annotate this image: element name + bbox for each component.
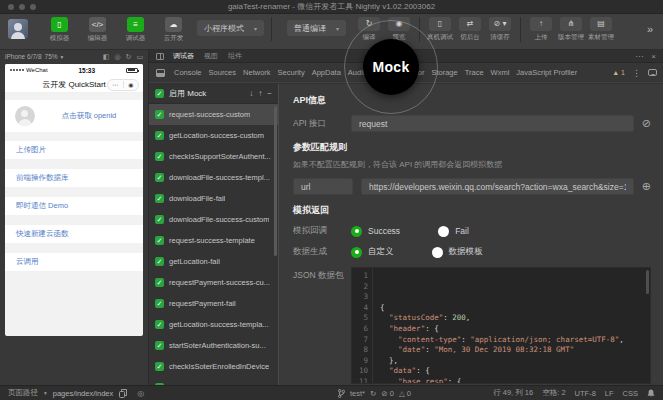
encoding-setting[interactable]: UTF-8 — [575, 389, 596, 398]
clear-icon[interactable]: ⊘ — [642, 118, 651, 129]
export-icon[interactable]: ↑ — [258, 89, 262, 98]
mock-rule-item[interactable]: getLocation-fail — [149, 251, 278, 272]
phone-menu-link[interactable]: 快速新建云函数 — [5, 225, 143, 243]
devtools-tab[interactable]: AppData — [312, 68, 341, 77]
strip-tab[interactable]: 组件 — [228, 51, 242, 61]
language-mode[interactable]: CSS — [623, 389, 638, 398]
toolbar-action-icon[interactable]: ↑ — [530, 17, 552, 31]
rule-checkbox[interactable] — [155, 152, 164, 161]
toolbar-action-icon[interactable]: ⇄ — [459, 17, 481, 31]
dock-icon[interactable] — [156, 69, 165, 77]
panel-toggle-icon[interactable]: </> — [89, 17, 106, 32]
phone-menu-link[interactable]: 前端操作数据库 — [5, 169, 143, 187]
rule-checkbox[interactable] — [155, 236, 164, 245]
editor-code[interactable]: { "statusCode": 200, "header": { "conten… — [373, 268, 650, 383]
devtools-tab[interactable]: Network — [243, 68, 271, 77]
kebab-menu-icon[interactable]: ⋮ — [632, 68, 641, 78]
editor-scrollbar[interactable] — [646, 270, 649, 294]
mock-rule-item[interactable]: requestPayment-success-cu... — [149, 272, 278, 293]
mock-rule-item[interactable]: checkIsSupportSoterAuthent... — [149, 146, 278, 167]
chevron-down-icon[interactable]: ▾ — [61, 54, 64, 60]
rule-checkbox[interactable] — [155, 173, 164, 182]
bell-icon[interactable] — [647, 389, 655, 398]
radio-button[interactable] — [351, 226, 362, 237]
add-rule-icon[interactable]: ⊕ — [642, 181, 651, 192]
maximize-window-button[interactable] — [30, 4, 36, 10]
import-icon[interactable]: ↓ — [249, 89, 253, 98]
radio-option[interactable]: Success — [351, 226, 400, 237]
page-path-value[interactable]: pages/index/index — [53, 389, 113, 398]
inspect-icon[interactable]: ◎ — [114, 53, 120, 61]
rule-checkbox[interactable] — [155, 299, 164, 308]
param-value-input[interactable] — [361, 178, 634, 195]
mock-rule-item[interactable]: getLocation-success-custom — [149, 125, 278, 146]
layout-icon[interactable]: ◧ — [103, 53, 110, 61]
mock-rule-item[interactable]: getLocation-success-templa... — [149, 314, 278, 335]
panels-icon[interactable] — [156, 53, 164, 60]
cursor-position[interactable]: 行 49, 列 16 — [493, 388, 533, 398]
panel-toggle-icon[interactable]: ▯ — [51, 17, 68, 32]
rule-checkbox[interactable] — [155, 215, 164, 224]
rotate-icon[interactable]: ↻ — [126, 53, 132, 61]
mode-select[interactable]: 小程序模式 ▾ — [197, 20, 264, 36]
indentation-setting[interactable]: 空格: 2 — [542, 388, 565, 398]
toolbar-action-icon[interactable]: ▤ — [590, 17, 612, 31]
get-openid-link[interactable]: 点击获取 openid — [35, 111, 143, 121]
strip-tab[interactable]: 视图 — [204, 51, 218, 61]
mock-rule-item[interactable]: startSoterAuthentication-su... — [149, 335, 278, 356]
strip-tab[interactable]: 调试器 — [173, 51, 194, 61]
devtools-tab[interactable]: Trace — [465, 68, 484, 77]
feedback-icon[interactable] — [648, 69, 657, 76]
phone-menu-link[interactable]: 即时通信 Demo — [5, 197, 143, 215]
toolbar-action-button[interactable]: ↑ 上传 — [520, 17, 556, 42]
device-select[interactable]: iPhone 6/7/8 — [5, 53, 42, 60]
toolbar-action-icon[interactable]: ▯ — [429, 17, 451, 31]
toolbar-action-button[interactable]: ⋔ 版本管理 — [556, 17, 586, 42]
devtools-tab[interactable]: Wxml — [491, 68, 510, 77]
devtools-tab[interactable]: Console — [174, 68, 202, 77]
close-icon[interactable]: × — [651, 52, 656, 61]
mock-rule-item[interactable]: checkSession-success — [149, 377, 278, 385]
list-scrollbar[interactable] — [274, 106, 277, 256]
json-editor[interactable]: 1234567891011 { "statusCode": 200, "head… — [351, 267, 651, 384]
devtools-tab[interactable]: Security — [278, 68, 305, 77]
panel-toggle-button[interactable]: ≡ 调试器 — [120, 17, 151, 43]
rule-checkbox[interactable] — [155, 257, 164, 266]
warning-badge[interactable]: ▲ 1 — [612, 69, 625, 76]
panel-toggle-button[interactable]: ▯ 模拟器 — [44, 17, 75, 43]
devtools-tab[interactable]: JavaScript Profiler — [516, 68, 577, 77]
mock-rule-item[interactable]: downloadFile-success-custom — [149, 209, 278, 230]
rule-checkbox[interactable] — [155, 341, 164, 350]
capsule-close-icon[interactable]: ◉ — [124, 80, 139, 90]
toolbar-action-icon[interactable]: ⋔ — [560, 17, 582, 31]
window-icon[interactable]: ▭ — [136, 53, 143, 61]
toolbar-action-button[interactable]: ⇄ 切后台 — [455, 17, 485, 42]
more-actions-icon[interactable]: » — [647, 23, 657, 35]
capsule-menu[interactable]: ⋯ ◉ — [107, 79, 139, 91]
git-branch-label[interactable]: test* — [350, 389, 365, 398]
zoom-select[interactable]: 75% — [45, 53, 58, 60]
phone-menu-link[interactable]: 云调用 — [5, 253, 143, 271]
warning-count[interactable]: △ 0 — [399, 389, 411, 398]
user-avatar[interactable] — [8, 19, 28, 39]
mock-rule-item[interactable]: downloadFile-success-templ... — [149, 167, 278, 188]
radio-button[interactable] — [438, 226, 449, 237]
rule-checkbox[interactable] — [155, 278, 164, 287]
close-window-button[interactable] — [8, 4, 14, 10]
compile-mode-select[interactable]: 普通编译 ▾ — [287, 20, 346, 36]
circle-indicator-icon[interactable]: ◎ — [137, 389, 144, 398]
mock-rule-item[interactable]: request-success-template — [149, 230, 278, 251]
panel-toggle-icon[interactable]: ≡ — [127, 17, 144, 32]
rule-checkbox[interactable] — [155, 194, 164, 203]
enable-mock-checkbox[interactable] — [155, 89, 164, 98]
mock-rule-item[interactable]: checkIsSoterEnrolledInDevice — [149, 356, 278, 377]
param-key-input[interactable] — [293, 178, 353, 195]
minimize-window-button[interactable] — [19, 4, 25, 10]
rule-checkbox[interactable] — [155, 320, 164, 329]
mock-rule-item[interactable]: requestPayment-fail — [149, 293, 278, 314]
panel-toggle-button[interactable]: ☁ 云开发 — [158, 17, 189, 43]
sync-icon[interactable]: ↻ — [370, 389, 376, 398]
toolbar-action-button[interactable]: ▤ 素材管理 — [586, 17, 616, 42]
radio-option[interactable]: 数据模板 — [432, 246, 483, 258]
radio-button[interactable] — [351, 247, 362, 258]
